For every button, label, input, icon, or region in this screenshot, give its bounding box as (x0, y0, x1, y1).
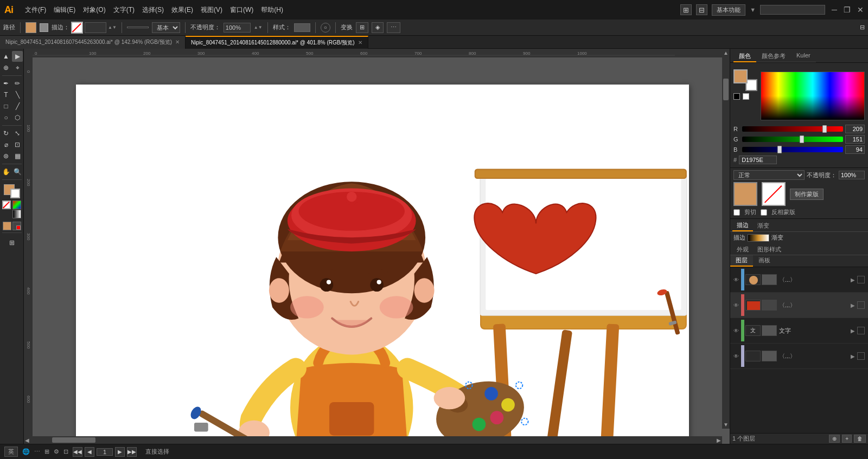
stroke-sub-tab[interactable]: 描边 (732, 220, 753, 231)
layer-lock-3[interactable] (857, 327, 865, 334)
prev-page-btn[interactable]: ◀ (85, 447, 94, 457)
layer-visibility-4[interactable]: 👁 (733, 353, 739, 359)
polygon-tool[interactable]: ⬡ (12, 112, 23, 123)
invert-checkbox[interactable] (761, 209, 767, 216)
no-opacity-icon[interactable] (762, 182, 786, 206)
scroll-right-arrow[interactable]: ▶ (716, 436, 722, 444)
layers-btn[interactable]: ⊞ (7, 237, 17, 248)
zoom-tool[interactable]: 🔍 (12, 166, 23, 177)
rect-tool[interactable]: □ (1, 101, 11, 112)
scroll-left-arrow[interactable]: ◀ (24, 436, 30, 444)
layer-visibility-1[interactable]: 👁 (733, 277, 739, 283)
r-slider-thumb[interactable] (822, 125, 827, 133)
close-btn[interactable]: ✕ (857, 5, 864, 14)
make-mask-btn[interactable]: 制作蒙版 (790, 189, 824, 200)
hscroll-thumb[interactable] (52, 437, 95, 443)
clip-checkbox[interactable] (733, 209, 740, 216)
menu-view[interactable]: 视图(V) (201, 5, 222, 15)
opacity-input[interactable] (224, 23, 251, 33)
b-slider-thumb[interactable] (777, 146, 782, 153)
scroll-up-arrow[interactable]: ▲ (722, 49, 730, 57)
delete-layer-btn[interactable]: 🗑 (854, 435, 866, 443)
color-tab[interactable]: 颜色 (733, 51, 756, 62)
layer-visibility-3[interactable]: 👁 (733, 328, 739, 334)
menu-edit[interactable]: 编辑(E) (54, 5, 75, 15)
tab-1-close[interactable]: ✕ (175, 39, 180, 45)
no-stroke-icon[interactable] (71, 22, 83, 34)
page-number-input[interactable]: 1 (97, 448, 113, 456)
direct-select-tool[interactable]: ▶ (12, 51, 23, 62)
layer-item[interactable]: 👁 〈...〉 ▶ (730, 344, 868, 369)
fg-color-swatch[interactable] (733, 69, 748, 83)
language-btn[interactable]: 英 (4, 447, 18, 457)
stroke-up-arrow[interactable]: ▲▼ (108, 25, 117, 30)
free-transform-tool[interactable]: ⊡ (12, 139, 23, 150)
menu-effect[interactable]: 效果(E) (171, 5, 193, 15)
stroke-swatch[interactable] (40, 23, 48, 32)
menu-window[interactable]: 窗口(W) (230, 5, 253, 15)
appearance-sub-tab[interactable]: 外观 (732, 244, 753, 255)
selection-tool[interactable]: ▲ (1, 51, 11, 62)
rotate-tool[interactable]: ↻ (1, 128, 11, 139)
stroke-width-input[interactable] (85, 22, 106, 33)
bar-graph-tool[interactable]: ▦ (12, 151, 23, 161)
menu-file[interactable]: 文件(F) (25, 5, 46, 15)
white-swatch[interactable] (743, 93, 749, 100)
hex-input[interactable]: D1975E (739, 156, 777, 164)
vertical-scrollbar[interactable]: ▲ ▼ (722, 49, 730, 429)
opacity-up-arrow[interactable]: ▲▼ (254, 25, 263, 30)
layer-expand-2[interactable]: ▶ (851, 302, 855, 308)
g-slider-thumb[interactable] (800, 135, 804, 143)
menu-help[interactable]: 帮助(H) (261, 5, 283, 15)
blend-mode-select[interactable]: 正常 (733, 170, 805, 180)
warp-tool[interactable]: ⌀ (1, 139, 11, 150)
layer-visibility-2[interactable]: 👁 (733, 302, 739, 308)
horizontal-scrollbar[interactable]: ◀ ▶ (24, 436, 722, 444)
layer-expand-3[interactable]: ▶ (851, 328, 855, 334)
menu-object[interactable]: 对象(O) (83, 5, 105, 15)
canvas-page[interactable] (76, 85, 689, 436)
stroke-color-swatch[interactable] (10, 189, 20, 198)
ellipse-tool[interactable]: ○ (1, 112, 11, 123)
artboard-tab[interactable]: 画板 (753, 255, 776, 267)
r-value-input[interactable]: 209 (845, 125, 865, 133)
vscroll-thumb[interactable] (723, 79, 729, 100)
more-btn[interactable]: ⋯ (387, 22, 400, 33)
restore-btn[interactable]: ❐ (844, 5, 851, 14)
layer-lock-1[interactable] (857, 276, 865, 283)
color-mode-icon[interactable] (12, 201, 21, 209)
next-page-btn[interactable]: ▶ (115, 447, 125, 457)
first-page-btn[interactable]: ◀◀ (73, 447, 82, 457)
distort-btn[interactable]: ◈ (372, 22, 384, 33)
canvas-area[interactable]: 0 100 200 300 400 500 600 700 800 900 10… (24, 49, 730, 444)
artwork-container[interactable] (33, 57, 722, 436)
magic-wand-tool[interactable]: ⊕ (1, 62, 11, 73)
style-sub-tab[interactable]: 图形样式 (753, 244, 786, 255)
g-value-input[interactable]: 151 (845, 135, 865, 144)
last-page-btn[interactable]: ▶▶ (127, 447, 137, 457)
arrange-btn2[interactable]: ⊟ (696, 4, 707, 15)
tab-2[interactable]: Nipic_8047451_20140816145012880000.ai* @… (186, 36, 368, 49)
swatch-orange[interactable] (3, 222, 11, 230)
style-swatch[interactable] (294, 23, 310, 32)
scale-tool[interactable]: ⤡ (12, 128, 23, 139)
opacity-value-input[interactable]: 100% (839, 171, 865, 179)
layer-item[interactable]: 👁 〈...〉 ▶ (730, 293, 868, 318)
layer-lock-4[interactable] (857, 352, 865, 360)
layer-lock-2[interactable] (857, 301, 865, 309)
r-slider-track[interactable] (742, 126, 843, 132)
black-swatch[interactable] (733, 93, 740, 100)
stroke-style[interactable] (127, 27, 149, 28)
pencil-tool[interactable]: ╱ (12, 101, 23, 112)
menu-select[interactable]: 选择(S) (142, 5, 164, 15)
lasso-tool[interactable]: ⌖ (12, 62, 23, 73)
fill-swatch[interactable] (25, 22, 36, 33)
layer-tab[interactable]: 图层 (730, 255, 753, 267)
b-slider-track[interactable] (742, 147, 843, 152)
transform-label[interactable]: 变换 (341, 23, 353, 31)
gradient-mode-icon[interactable] (12, 210, 21, 218)
stroke-type-select[interactable]: 基本 (152, 22, 180, 33)
color-guide-tab[interactable]: 颜色参考 (756, 51, 791, 62)
type-tool[interactable]: T (1, 89, 11, 100)
arrange-btn[interactable]: ⊞ (680, 4, 692, 15)
